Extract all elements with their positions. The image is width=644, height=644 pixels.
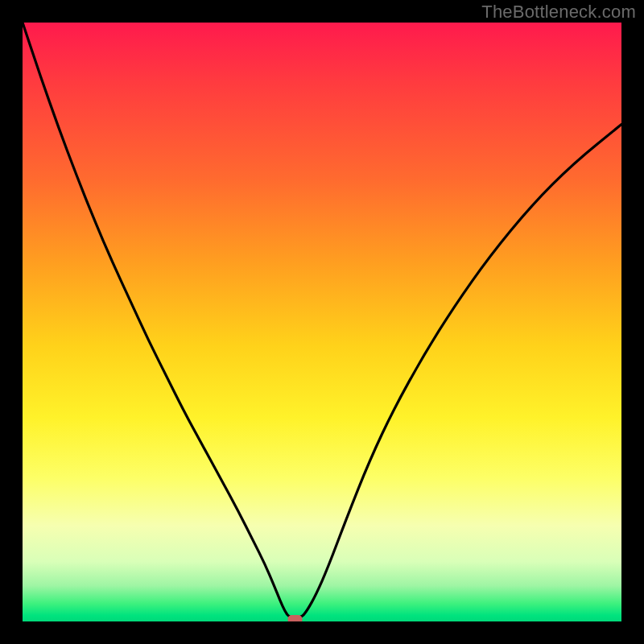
minimum-marker [288, 615, 303, 621]
bottleneck-curve [23, 23, 621, 621]
chart-frame: TheBottleneck.com [0, 0, 644, 644]
plot-area [23, 23, 621, 621]
watermark-label: TheBottleneck.com [481, 2, 636, 23]
